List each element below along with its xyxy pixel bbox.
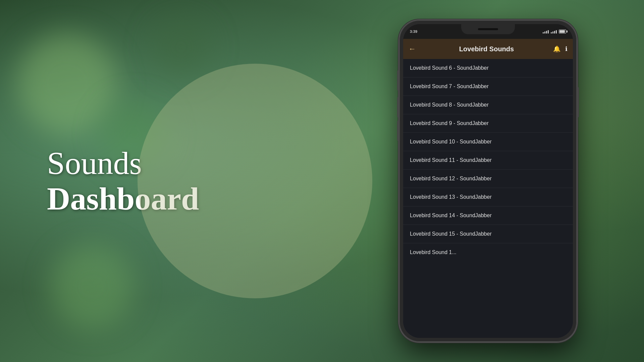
bokeh-1	[17, 34, 117, 134]
status-icons	[543, 29, 566, 34]
sound-list-item[interactable]: Lovebird Sound 15 - SoundJabber	[403, 225, 573, 243]
decorative-circle	[138, 64, 372, 298]
phone-screen: 3:39	[403, 24, 573, 338]
sound-list-item[interactable]: Lovebird Sound 12 - SoundJabber	[403, 170, 573, 188]
sound-list-item[interactable]: Lovebird Sound 14 - SoundJabber	[403, 206, 573, 225]
sound-list-item-partial: Lovebird Sound 1...	[403, 243, 573, 257]
header-icons: 🔔 ℹ	[553, 45, 568, 53]
phone-mockup: 3:39	[399, 20, 577, 342]
bokeh-4	[151, 17, 211, 77]
signal-icon	[543, 29, 549, 34]
app-title: Lovebird Sounds	[420, 45, 553, 53]
status-time: 3:39	[410, 29, 417, 34]
sound-list-item[interactable]: Lovebird Sound 13 - SoundJabber	[403, 188, 573, 206]
sound-list: Lovebird Sound 6 - SoundJabberLovebird S…	[403, 59, 573, 338]
sound-list-item[interactable]: Lovebird Sound 9 - SoundJabber	[403, 114, 573, 133]
sound-list-item[interactable]: Lovebird Sound 11 - SoundJabber	[403, 151, 573, 170]
sound-list-item[interactable]: Lovebird Sound 6 - SoundJabber	[403, 59, 573, 77]
app-header: ← Lovebird Sounds 🔔 ℹ	[403, 39, 573, 59]
signal-icon-2	[551, 29, 557, 34]
phone-frame: 3:39	[399, 20, 577, 342]
sound-list-item[interactable]: Lovebird Sound 8 - SoundJabber	[403, 96, 573, 114]
phone-speaker	[478, 28, 498, 30]
phone-notch	[461, 24, 515, 34]
notification-button[interactable]: 🔔	[553, 45, 560, 53]
info-button[interactable]: ℹ	[565, 45, 568, 53]
sound-list-item[interactable]: Lovebird Sound 10 - SoundJabber	[403, 133, 573, 151]
battery-icon	[559, 29, 566, 34]
back-button[interactable]: ←	[409, 45, 416, 53]
sound-list-item[interactable]: Lovebird Sound 7 - SoundJabber	[403, 77, 573, 96]
bokeh-3	[50, 245, 134, 328]
